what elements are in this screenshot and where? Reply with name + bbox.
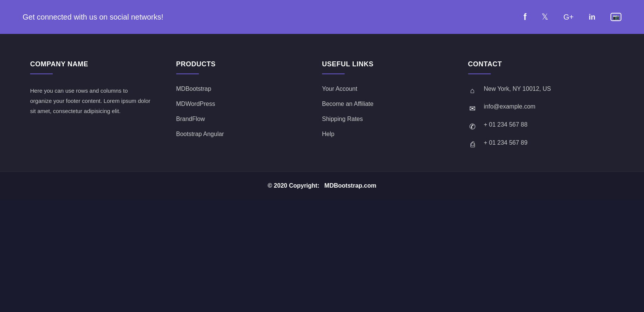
contact-divider [468, 73, 491, 74]
useful-links-title: USEFUL LINKS [322, 60, 453, 68]
instagram-icon[interactable]: 📷 [610, 13, 621, 21]
company-title: COMPANY NAME [30, 60, 161, 68]
list-item: Your Account [322, 86, 453, 92]
copyright-text: © 2020 Copyright: [268, 182, 319, 189]
list-item: BrandFlow [176, 116, 307, 122]
useful-links-column: USEFUL LINKS Your Account Become an Affi… [322, 60, 468, 149]
company-description: Here you can use rows and columns to org… [30, 86, 151, 116]
product-link-brandflow[interactable]: BrandFlow [176, 116, 205, 122]
products-column: PRODUCTS MDBootstrap MDWordPress BrandFl… [176, 60, 322, 149]
list-item: Bootstrap Angular [176, 131, 307, 138]
contact-phone: ✆ + 01 234 567 88 [468, 121, 599, 131]
home-icon: ⌂ [468, 86, 477, 95]
google-plus-icon[interactable]: G+ [563, 13, 574, 21]
products-divider [176, 73, 199, 74]
contact-address-text: New York, NY 10012, US [484, 86, 551, 92]
product-link-mdwordpress[interactable]: MDWordPress [176, 101, 215, 107]
useful-link-help[interactable]: Help [322, 131, 334, 137]
useful-link-shipping[interactable]: Shipping Rates [322, 116, 363, 122]
useful-links-list: Your Account Become an Affiliate Shippin… [322, 86, 453, 138]
product-link-mdbootstrap[interactable]: MDBootstrap [176, 86, 211, 92]
list-item: MDBootstrap [176, 86, 307, 92]
contact-fax-text: + 01 234 567 89 [484, 139, 528, 146]
useful-link-affiliate[interactable]: Become an Affiliate [322, 101, 374, 107]
social-icons-container: f 𝕏 G+ in 📷 [523, 12, 621, 22]
linkedin-icon[interactable]: in [589, 13, 595, 21]
contact-fax: ⎙ + 01 234 567 89 [468, 139, 599, 149]
phone-icon: ✆ [468, 122, 477, 131]
company-divider [30, 73, 53, 74]
contact-items: ⌂ New York, NY 10012, US ✉ info@example.… [468, 86, 599, 149]
contact-title: CONTACT [468, 60, 599, 68]
envelope-icon: ✉ [468, 104, 477, 113]
contact-phone-text: + 01 234 567 88 [484, 121, 528, 128]
facebook-icon[interactable]: f [523, 12, 526, 22]
company-column: COMPANY NAME Here you can use rows and c… [30, 60, 176, 149]
list-item: Shipping Rates [322, 116, 453, 122]
useful-links-divider [322, 73, 345, 74]
contact-address: ⌂ New York, NY 10012, US [468, 86, 599, 95]
list-item: Help [322, 131, 453, 138]
list-item: Become an Affiliate [322, 101, 453, 107]
footer-main: COMPANY NAME Here you can use rows and c… [0, 34, 644, 171]
contact-email: ✉ info@example.com [468, 103, 599, 113]
contact-email-text: info@example.com [484, 103, 536, 110]
useful-link-account[interactable]: Your Account [322, 86, 357, 92]
social-bar-text: Get connected with us on social networks… [23, 13, 163, 21]
social-bar: Get connected with us on social networks… [0, 0, 644, 34]
list-item: MDWordPress [176, 101, 307, 107]
product-link-bootstrap-angular[interactable]: Bootstrap Angular [176, 131, 224, 137]
twitter-icon[interactable]: 𝕏 [542, 12, 548, 22]
products-title: PRODUCTS [176, 60, 307, 68]
print-icon: ⎙ [468, 140, 477, 149]
copyright-brand: MDBootstrap.com [324, 182, 376, 189]
products-links: MDBootstrap MDWordPress BrandFlow Bootst… [176, 86, 307, 138]
footer-bottom: © 2020 Copyright: MDBootstrap.com [0, 171, 644, 200]
contact-column: CONTACT ⌂ New York, NY 10012, US ✉ info@… [468, 60, 614, 149]
